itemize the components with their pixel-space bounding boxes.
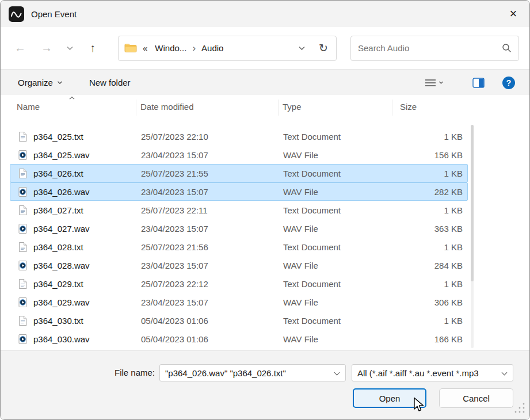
file-size: 1 KB [379, 279, 467, 289]
file-type: WAV File [283, 187, 379, 197]
file-type-icon [10, 132, 33, 142]
file-type-icon [10, 169, 33, 178]
file-date-modified: 25/07/2023 22:10 [141, 132, 283, 142]
file-date-modified: 05/04/2023 01:06 [141, 334, 283, 344]
file-date-modified: 25/07/2023 22:12 [141, 279, 283, 289]
view-options-button[interactable] [425, 79, 444, 87]
address-dropdown-chevron-icon[interactable] [298, 45, 306, 51]
file-row[interactable]: p364_029.wav 23/04/2023 15:07 WAV File 3… [10, 293, 468, 311]
file-type-icon [10, 334, 33, 344]
file-type-combobox[interactable]: All (*.aif *.aiff *.au *.event *.mp3 [352, 364, 513, 381]
file-name: p364_027.txt [33, 205, 141, 215]
file-date-modified: 25/07/2023 21:56 [141, 242, 283, 252]
file-date-modified: 23/04/2023 15:07 [141, 297, 283, 307]
dialog-footer: File name: "p364_026.wav" "p364_026.txt"… [1, 350, 529, 419]
close-button[interactable]: × [500, 1, 527, 26]
breadcrumb-parent[interactable]: Windo... [153, 42, 188, 54]
file-row[interactable]: p364_025.wav 23/04/2023 15:07 WAV File 1… [10, 146, 468, 164]
file-type-icon [10, 261, 33, 270]
file-list-panel: Name Date modified Type Size p364_025.tx… [1, 95, 529, 350]
file-type-icon [10, 279, 33, 289]
scrollbar-thumb[interactable] [471, 125, 474, 281]
breadcrumb-overflow[interactable]: « [141, 42, 149, 54]
file-row[interactable]: p364_026.txt 25/07/2023 21:55 Text Docum… [10, 164, 468, 182]
file-type: Text Document [283, 242, 379, 252]
column-header-date-modified[interactable]: Date modified [140, 102, 194, 112]
address-bar[interactable]: « Windo... › Audio ↻ [118, 36, 337, 61]
back-button[interactable]: ← [10, 37, 30, 59]
forward-button[interactable]: → [36, 37, 57, 59]
app-logo-icon [9, 6, 24, 22]
search-box [350, 36, 519, 61]
file-name-label: File name: [94, 364, 155, 381]
column-divider[interactable] [278, 100, 279, 116]
file-type: Text Document [283, 279, 379, 289]
file-date-modified: 23/04/2023 15:07 [141, 150, 283, 160]
file-row[interactable]: p364_028.wav 23/04/2023 15:07 WAV File 2… [10, 256, 468, 274]
file-name: p364_025.wav [33, 150, 141, 160]
file-row[interactable]: p364_030.txt 05/04/2023 01:06 Text Docum… [10, 311, 468, 330]
file-type: WAV File [283, 224, 379, 234]
chevron-down-icon [502, 370, 508, 376]
refresh-button[interactable]: ↻ [319, 41, 328, 55]
open-button[interactable]: Open [353, 388, 426, 408]
up-button[interactable]: ↑ [82, 37, 103, 59]
search-icon[interactable] [502, 43, 512, 53]
file-row[interactable]: p364_029.txt 25/07/2023 22:12 Text Docum… [10, 274, 468, 293]
file-size: 363 KB [379, 224, 467, 234]
file-name: p364_028.wav [33, 261, 141, 270]
file-name: p364_025.txt [33, 132, 141, 142]
cancel-button[interactable]: Cancel [439, 388, 513, 408]
vertical-scrollbar[interactable] [471, 125, 474, 348]
file-list: p364_025.txt 25/07/2023 22:10 Text Docum… [10, 127, 468, 348]
titlebar: Open Event × [1, 1, 529, 27]
file-date-modified: 05/04/2023 01:06 [141, 316, 283, 326]
breadcrumb-current[interactable]: Audio [200, 42, 225, 54]
preview-pane-button[interactable] [472, 78, 485, 88]
file-size: 1 KB [379, 132, 467, 142]
file-type-icon [10, 297, 33, 307]
file-size: 1 KB [379, 205, 467, 215]
file-name: p364_026.wav [33, 187, 141, 197]
column-header-type[interactable]: Type [283, 102, 302, 112]
file-date-modified: 25/07/2023 22:11 [141, 205, 283, 215]
search-input[interactable] [358, 43, 502, 53]
column-header-name[interactable]: Name [17, 102, 40, 112]
file-row[interactable]: p364_027.wav 23/04/2023 15:07 WAV File 3… [10, 219, 468, 238]
file-date-modified: 23/04/2023 15:07 [141, 224, 283, 234]
file-type: WAV File [283, 334, 379, 344]
column-divider[interactable] [136, 100, 136, 116]
file-row[interactable]: p364_027.txt 25/07/2023 22:11 Text Docum… [10, 201, 468, 219]
details-view-icon [425, 79, 436, 87]
window-title: Open Event [31, 9, 77, 19]
organize-label: Organize [18, 78, 53, 87]
file-type-icon [10, 187, 33, 197]
file-date-modified: 23/04/2023 15:07 [141, 187, 283, 197]
file-name: p364_030.txt [33, 316, 141, 326]
file-row[interactable]: p364_028.txt 25/07/2023 21:56 Text Docum… [10, 238, 468, 256]
column-header-size[interactable]: Size [400, 102, 417, 112]
file-name: p364_028.txt [33, 242, 141, 252]
open-event-dialog: Open Event × ← → ↑ « Windo... › Audio [0, 0, 530, 420]
column-divider[interactable] [392, 100, 392, 116]
file-type: Text Document [283, 316, 379, 326]
help-button[interactable]: ? [502, 77, 515, 89]
file-name-combobox[interactable]: "p364_026.wav" "p364_026.txt" [159, 364, 346, 381]
resize-grip[interactable] [514, 403, 525, 416]
file-row[interactable]: p364_026.wav 23/04/2023 15:07 WAV File 2… [10, 182, 468, 201]
file-type-icon [10, 224, 33, 234]
file-name: p364_027.wav [33, 224, 141, 234]
file-type-icon [10, 150, 33, 160]
chevron-down-icon [57, 81, 63, 85]
file-type: Text Document [283, 132, 379, 142]
navigation-bar: ← → ↑ « Windo... › Audio ↻ [1, 27, 529, 70]
organize-button[interactable]: Organize [18, 78, 63, 87]
file-row[interactable]: p364_025.txt 25/07/2023 22:10 Text Docum… [10, 127, 468, 146]
new-folder-label: New folder [89, 78, 131, 87]
sort-ascending-caret-icon [68, 96, 75, 100]
new-folder-button[interactable]: New folder [89, 78, 131, 87]
file-row[interactable]: p364_030.wav 05/04/2023 01:06 WAV File 1… [10, 330, 468, 348]
breadcrumb-separator: › [192, 43, 196, 54]
file-size: 1 KB [379, 242, 467, 252]
recent-locations-chevron-icon[interactable] [63, 37, 77, 59]
